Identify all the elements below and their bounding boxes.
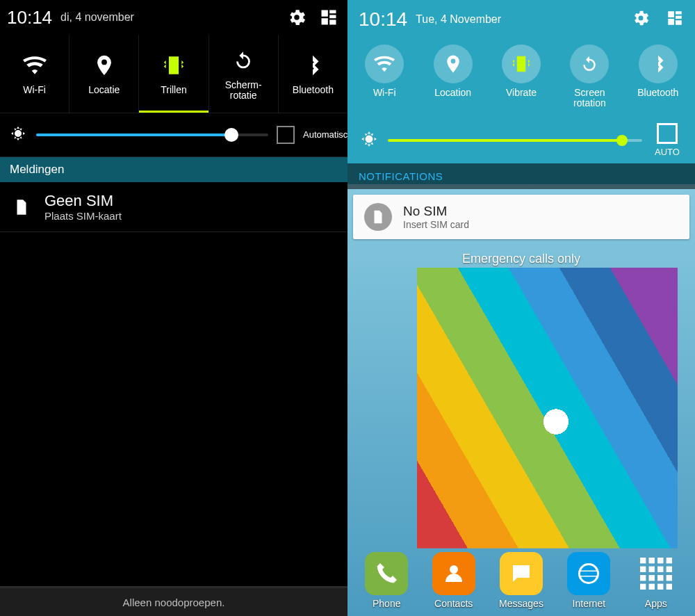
quick-settings-row: Wi-FiLocationVibrateScreen rotationBluet… (348, 39, 695, 117)
rotate-icon (229, 47, 257, 74)
wifi-icon (21, 51, 49, 79)
auto-brightness-label: Automatisch (303, 130, 338, 140)
app-label: Phone (373, 598, 400, 609)
quick-toggle-location[interactable]: Locatie (70, 35, 139, 113)
app-phone[interactable]: Phone (365, 552, 408, 609)
auto-brightness-checkbox[interactable] (277, 126, 295, 144)
location-icon (434, 44, 473, 83)
settings-button[interactable] (631, 8, 651, 31)
globe-icon (567, 552, 610, 595)
auto-brightness-checkbox[interactable] (657, 123, 678, 144)
quick-toggle-label: Wi-Fi (23, 85, 46, 95)
contacts-icon (432, 552, 475, 595)
bluetooth-icon (299, 51, 327, 79)
quick-toggle-rotate[interactable]: Screen rotation (555, 44, 623, 109)
date-label: Tue, 4 November (416, 13, 501, 26)
app-messages[interactable]: Messages (499, 552, 543, 609)
app-label: Messages (499, 598, 543, 609)
quick-toggle-bluetooth[interactable]: Bluetooth (279, 35, 348, 113)
panel-switch-button[interactable] (666, 9, 684, 30)
quick-settings-row: Wi-FiLocatieTrillenScherm- rotatieBlueto… (0, 35, 348, 113)
notification-item[interactable]: No SIM Insert SIM card (353, 195, 689, 239)
brightness-icon (360, 130, 378, 151)
app-label: Apps (645, 598, 667, 609)
auto-brightness-label: AUTO (652, 147, 682, 157)
notifications-header: NOTIFICATIONS (348, 163, 695, 189)
quick-toggle-bluetooth[interactable]: Bluetooth (624, 44, 692, 109)
vibrate-icon (160, 51, 188, 79)
emergency-label: Emergency calls only (348, 252, 695, 266)
quick-toggle-label: Bluetooth (637, 88, 678, 98)
notification-title: Geen SIM (44, 192, 122, 210)
clock: 10:14 (359, 8, 407, 31)
vibrate-icon (502, 44, 541, 83)
app-apps[interactable]: Apps (635, 552, 678, 609)
dock: PhoneContactsMessagesInternetApps (348, 552, 695, 609)
brightness-row: AUTO (348, 117, 695, 163)
panel-switch-button[interactable] (317, 6, 341, 29)
brightness-icon (10, 125, 28, 145)
quick-toggle-label: Screen rotation (573, 88, 606, 109)
brightness-slider[interactable] (388, 139, 642, 142)
settings-button[interactable] (285, 6, 309, 29)
quick-toggle-label: Locatie (88, 85, 120, 95)
notification-subtitle: Plaats SIM-kaart (44, 210, 122, 222)
quick-toggle-label: Vibrate (506, 88, 537, 98)
bluetooth-icon (639, 44, 678, 83)
notifications-header: Meldingen (0, 157, 348, 182)
quick-toggle-wifi[interactable]: Wi-Fi (350, 44, 418, 109)
quick-toggle-label: Scherm- rotatie (225, 80, 262, 102)
quick-toggle-rotate[interactable]: Scherm- rotatie (209, 35, 279, 113)
quick-toggle-location[interactable]: Location (418, 44, 486, 109)
notification-subtitle: Insert SIM card (403, 219, 469, 230)
phone-icon (365, 552, 408, 595)
app-label: Contacts (434, 598, 473, 609)
quick-toggle-label: Bluetooth (293, 85, 334, 95)
messages-icon (500, 552, 543, 595)
notification-title: No SIM (403, 204, 469, 219)
quick-toggle-label: Location (434, 88, 471, 98)
app-label: Internet (573, 598, 605, 609)
date-label: di, 4 november (60, 11, 134, 24)
quick-toggle-label: Wi-Fi (373, 88, 396, 98)
location-icon (90, 51, 118, 79)
quick-toggle-vibrate[interactable]: Trillen (139, 35, 208, 113)
status-bar: 10:14 di, 4 november (0, 0, 348, 35)
sim-icon (11, 197, 32, 218)
sim-icon (364, 203, 392, 231)
brightness-slider[interactable] (36, 133, 268, 136)
quick-toggle-vibrate[interactable]: Vibrate (487, 44, 555, 109)
app-internet[interactable]: Internet (567, 552, 610, 609)
quick-toggle-wifi[interactable]: Wi-Fi (0, 35, 70, 113)
apps-icon (635, 552, 678, 595)
notification-item[interactable]: Geen SIM Plaats SIM-kaart (0, 182, 348, 232)
quick-toggle-label: Trillen (161, 85, 187, 95)
app-contacts[interactable]: Contacts (432, 552, 475, 609)
wifi-icon (365, 44, 404, 83)
status-bar: 10:14 Tue, 4 November (348, 0, 695, 39)
carrier-footer: Alleen noodoproepen. (0, 586, 348, 616)
clock: 10:14 (7, 7, 52, 29)
rotate-icon (570, 44, 609, 83)
brightness-row: Automatisch (0, 113, 348, 157)
